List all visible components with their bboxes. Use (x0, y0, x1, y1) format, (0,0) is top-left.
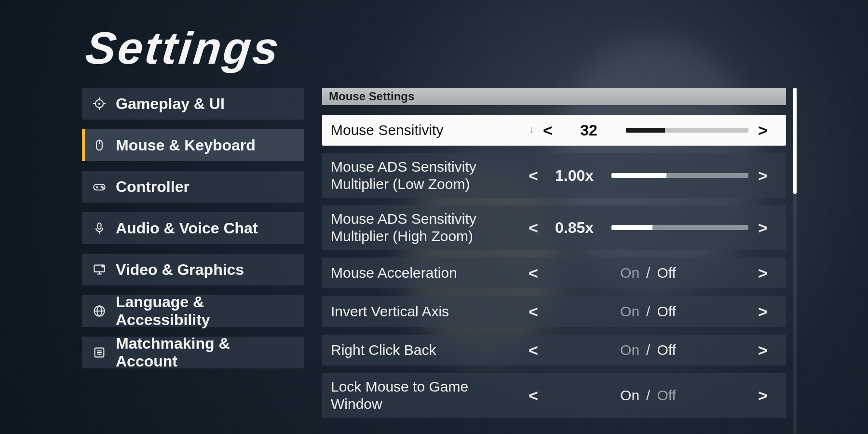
settings-nav: Gameplay & UIMouse & KeyboardControllerA… (82, 88, 304, 434)
list-icon (93, 346, 106, 359)
nav-item-controller[interactable]: Controller (82, 171, 304, 203)
nav-item-label: Language & Accessibility (116, 293, 293, 329)
slider-control: 0.85x (543, 219, 753, 237)
chevron-left-icon[interactable]: < (524, 264, 543, 283)
chevron-left-icon[interactable]: < (538, 121, 557, 140)
setting-label: Mouse ADS Sensitivity Multiplier (High Z… (331, 210, 524, 245)
slider-fill (611, 225, 652, 230)
page-title: Settings (83, 22, 788, 74)
toggle-on[interactable]: On (620, 342, 639, 358)
section-header: Mouse Settings (322, 88, 786, 105)
slider-fill (611, 173, 666, 178)
toggle-on[interactable]: On (620, 303, 639, 320)
mouse-icon (93, 138, 106, 152)
toggle-control: On/Off (543, 342, 753, 358)
slider-track[interactable] (626, 128, 748, 133)
setting-row-invert-vertical-axis[interactable]: Invert Vertical Axis<On/Off> (322, 296, 786, 327)
globe-icon (93, 304, 106, 318)
chevron-left-icon[interactable]: < (524, 302, 543, 321)
slider-fill (626, 128, 665, 133)
setting-label: Lock Mouse to Game Window (331, 378, 524, 413)
nav-item-label: Mouse & Keyboard (116, 136, 256, 154)
nav-item-video-graphics[interactable]: Video & Graphics (82, 254, 304, 285)
gamepad-icon (93, 180, 106, 193)
svg-point-12 (102, 187, 103, 188)
toggle-off[interactable]: Off (657, 387, 676, 404)
setting-value: 1.00x (548, 167, 601, 185)
setting-row-mouse-sensitivity[interactable]: Mouse Sensitivity⤵<32> (322, 115, 786, 146)
chevron-left-icon[interactable]: < (524, 386, 543, 405)
toggle-off[interactable]: Off (657, 265, 676, 281)
setting-value: 0.85x (548, 219, 601, 237)
mic-icon (93, 221, 106, 235)
scrollbar-thumb[interactable] (793, 88, 797, 194)
svg-point-18 (102, 265, 103, 267)
slider-track[interactable] (611, 173, 748, 178)
slider-control: 1.00x (543, 167, 753, 185)
setting-label: Mouse Acceleration (331, 264, 524, 282)
chevron-right-icon[interactable]: > (753, 121, 773, 140)
toggle-separator: / (646, 342, 650, 358)
setting-row-mouse-acceleration[interactable]: Mouse Acceleration<On/Off> (322, 258, 786, 288)
nav-item-label: Controller (116, 178, 190, 196)
crosshair-icon (93, 97, 106, 110)
nav-item-language-accessibility[interactable]: Language & Accessibility (82, 295, 304, 327)
chevron-right-icon[interactable]: > (753, 386, 773, 405)
setting-row-right-click-back[interactable]: Right Click Back<On/Off> (322, 335, 786, 366)
nav-item-mouse-keyboard[interactable]: Mouse & Keyboard (82, 129, 304, 161)
svg-point-5 (99, 103, 100, 104)
chevron-left-icon[interactable]: < (524, 341, 543, 360)
setting-label: Mouse Sensitivity (331, 122, 524, 139)
scrollbar[interactable] (793, 88, 797, 434)
chevron-right-icon[interactable]: > (753, 341, 773, 360)
monitor-icon (93, 263, 106, 276)
slider-track[interactable] (611, 225, 748, 230)
nav-item-label: Gameplay & UI (116, 95, 225, 113)
nav-item-gameplay-ui[interactable]: Gameplay & UI (82, 88, 304, 120)
chevron-right-icon[interactable]: > (753, 218, 773, 237)
setting-row-mouse-ads-sensitivity-multiplier-low-zoom[interactable]: Mouse ADS Sensitivity Multiplier (Low Zo… (322, 153, 786, 198)
toggle-off[interactable]: Off (657, 342, 676, 358)
toggle-on[interactable]: On (620, 265, 639, 281)
chevron-left-icon[interactable]: < (524, 218, 543, 237)
toggle-separator: / (646, 303, 650, 320)
nav-item-matchmaking-account[interactable]: Matchmaking & Account (82, 337, 304, 368)
toggle-off[interactable]: Off (657, 303, 676, 320)
nav-item-label: Matchmaking & Account (116, 335, 293, 370)
toggle-separator: / (646, 265, 650, 281)
twirl-indicator: ⤵ (524, 125, 538, 136)
setting-label: Right Click Back (331, 341, 524, 359)
setting-label: Invert Vertical Axis (331, 303, 524, 320)
setting-label: Mouse ADS Sensitivity Multiplier (Low Zo… (331, 158, 524, 193)
nav-item-audio-voice-chat[interactable]: Audio & Voice Chat (82, 212, 304, 244)
chevron-right-icon[interactable]: > (753, 264, 773, 283)
chevron-right-icon[interactable]: > (753, 302, 773, 321)
toggle-control: On/Off (543, 303, 753, 320)
setting-row-mouse-ads-sensitivity-multiplier-high-zoom[interactable]: Mouse ADS Sensitivity Multiplier (High Z… (322, 205, 786, 250)
setting-value: 32 (562, 122, 615, 139)
slider-control: 32 (557, 122, 753, 139)
toggle-separator: / (646, 387, 650, 404)
toggle-control: On/Off (543, 387, 753, 404)
toggle-control: On/Off (543, 265, 753, 281)
svg-rect-13 (98, 223, 101, 230)
setting-row-lock-mouse-to-game-window[interactable]: Lock Mouse to Game Window<On/Off> (322, 373, 786, 418)
settings-panel: Mouse Settings Mouse Sensitivity⤵<32>Mou… (322, 88, 786, 434)
toggle-on[interactable]: On (620, 387, 639, 404)
chevron-left-icon[interactable]: < (524, 166, 543, 185)
nav-item-label: Video & Graphics (116, 261, 244, 279)
chevron-right-icon[interactable]: > (753, 166, 773, 185)
nav-item-label: Audio & Voice Chat (116, 219, 258, 237)
